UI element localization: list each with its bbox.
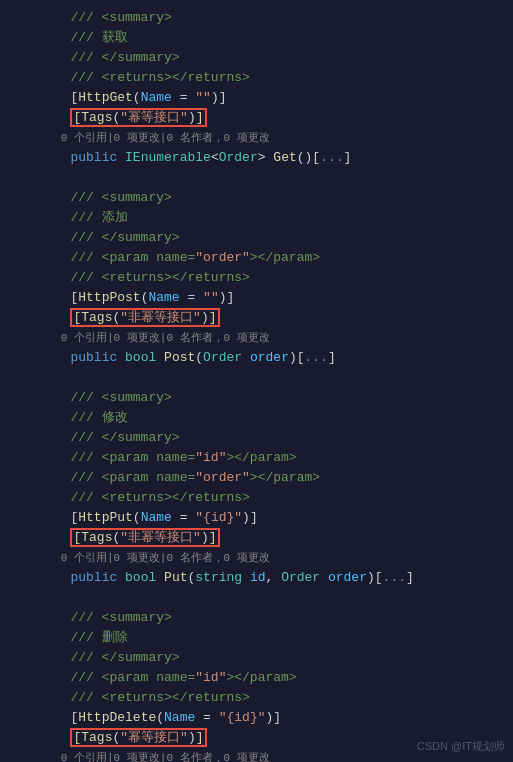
line-comment-put: /// 修改: [0, 408, 513, 428]
line-tags-get: [Tags("幂等接口")]: [0, 108, 513, 128]
line-comment-param-id2: /// <param name="id"></param>: [0, 668, 513, 688]
line-httpdelete: [HttpDelete(Name = "{id}")]: [0, 708, 513, 728]
line-tags-put: [Tags("非幂等接口")]: [0, 528, 513, 548]
line-refinfo-put: 0 个引用|0 项更改|0 名作者，0 项更改: [0, 548, 513, 568]
line-code-get: public IEnumerable<Order> Get()[...]: [0, 148, 513, 168]
line-comment-summary-close3: /// </summary>: [0, 428, 513, 448]
spacer2: [0, 368, 513, 388]
line-tags-post: [Tags("非幂等接口")]: [0, 308, 513, 328]
line-comment-post: /// 添加: [0, 208, 513, 228]
line-httppost: [HttpPost(Name = "")]: [0, 288, 513, 308]
line-comment-param-id1: /// <param name="id"></param>: [0, 448, 513, 468]
line-comment-returns2: /// <returns></returns>: [0, 268, 513, 288]
line-comment-summary-close4: /// </summary>: [0, 648, 513, 668]
spacer3: [0, 588, 513, 608]
line-comment-returns3: /// <returns></returns>: [0, 488, 513, 508]
line-refinfo-get: 0 个引用|0 项更改|0 名作者，0 项更改: [0, 128, 513, 148]
line-comment-summary3: /// <summary>: [0, 388, 513, 408]
line-httpget: [HttpGet(Name = "")]: [0, 88, 513, 108]
watermark: CSDN @IT规划师: [417, 739, 505, 754]
line-code-put: public bool Put(string id, Order order)[…: [0, 568, 513, 588]
line-code-post: public bool Post(Order order)[...]: [0, 348, 513, 368]
line-comment-get: /// 获取: [0, 28, 513, 48]
line-comment-summary-close2: /// </summary>: [0, 228, 513, 248]
line-comment-returns4: /// <returns></returns>: [0, 688, 513, 708]
spacer1: [0, 168, 513, 188]
line-comment-param-order: /// <param name="order"></param>: [0, 248, 513, 268]
line-httpput: [HttpPut(Name = "{id}")]: [0, 508, 513, 528]
line-comment-summary2: /// <summary>: [0, 188, 513, 208]
line-comment-summary-close1: /// </summary>: [0, 48, 513, 68]
code-editor: /// <summary> /// 获取 /// </summary> /// …: [0, 0, 513, 762]
line-comment-param-order2: /// <param name="order"></param>: [0, 468, 513, 488]
line-comment-summary4: /// <summary>: [0, 608, 513, 628]
line-comment-delete: /// 删除: [0, 628, 513, 648]
line-comment-returns1: /// <returns></returns>: [0, 68, 513, 88]
line-refinfo-post: 0 个引用|0 项更改|0 名作者，0 项更改: [0, 328, 513, 348]
line-comment-summary1: /// <summary>: [0, 8, 513, 28]
